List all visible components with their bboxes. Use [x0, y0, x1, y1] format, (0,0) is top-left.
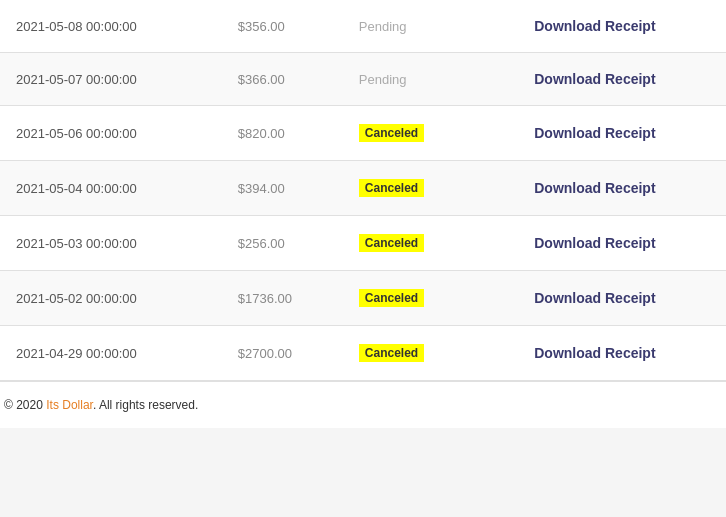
- download-receipt-button[interactable]: Download Receipt: [534, 71, 655, 87]
- amount-cell: $2700.00: [222, 326, 343, 381]
- copyright-text: © 2020: [4, 398, 46, 412]
- date-cell: 2021-05-06 00:00:00: [0, 106, 222, 161]
- table-row: 2021-04-29 00:00:00$2700.00CanceledDownl…: [0, 326, 726, 381]
- status-cell: Canceled: [343, 161, 464, 216]
- amount-cell: $394.00: [222, 161, 343, 216]
- download-receipt-button[interactable]: Download Receipt: [534, 125, 655, 141]
- date-cell: 2021-05-04 00:00:00: [0, 161, 222, 216]
- status-cell: Pending: [343, 53, 464, 106]
- amount-cell: $256.00: [222, 216, 343, 271]
- status-badge: Canceled: [359, 124, 424, 142]
- status-badge: Canceled: [359, 344, 424, 362]
- download-cell: Download Receipt: [464, 271, 726, 326]
- status-badge: Canceled: [359, 234, 424, 252]
- table-row: 2021-05-02 00:00:00$1736.00CanceledDownl…: [0, 271, 726, 326]
- download-receipt-button[interactable]: Download Receipt: [534, 18, 655, 34]
- rights-text: . All rights reserved.: [93, 398, 198, 412]
- status-cell: Canceled: [343, 106, 464, 161]
- main-container: 2021-05-08 00:00:00$356.00PendingDownloa…: [0, 0, 726, 428]
- date-cell: 2021-04-29 00:00:00: [0, 326, 222, 381]
- table-row: 2021-05-03 00:00:00$256.00CanceledDownlo…: [0, 216, 726, 271]
- download-cell: Download Receipt: [464, 0, 726, 53]
- status-cell: Canceled: [343, 326, 464, 381]
- status-badge: Pending: [359, 72, 407, 87]
- download-cell: Download Receipt: [464, 53, 726, 106]
- table-row: 2021-05-08 00:00:00$356.00PendingDownloa…: [0, 0, 726, 53]
- download-receipt-button[interactable]: Download Receipt: [534, 180, 655, 196]
- amount-cell: $1736.00: [222, 271, 343, 326]
- amount-cell: $356.00: [222, 0, 343, 53]
- brand-link[interactable]: Its Dollar: [46, 398, 93, 412]
- download-receipt-button[interactable]: Download Receipt: [534, 345, 655, 361]
- status-badge: Pending: [359, 19, 407, 34]
- date-cell: 2021-05-02 00:00:00: [0, 271, 222, 326]
- download-receipt-button[interactable]: Download Receipt: [534, 290, 655, 306]
- download-cell: Download Receipt: [464, 326, 726, 381]
- footer: © 2020 Its Dollar. All rights reserved.: [0, 381, 726, 428]
- status-badge: Canceled: [359, 289, 424, 307]
- status-cell: Canceled: [343, 216, 464, 271]
- date-cell: 2021-05-03 00:00:00: [0, 216, 222, 271]
- date-cell: 2021-05-08 00:00:00: [0, 0, 222, 53]
- download-cell: Download Receipt: [464, 216, 726, 271]
- receipts-table: 2021-05-08 00:00:00$356.00PendingDownloa…: [0, 0, 726, 381]
- status-cell: Pending: [343, 0, 464, 53]
- download-receipt-button[interactable]: Download Receipt: [534, 235, 655, 251]
- table-row: 2021-05-06 00:00:00$820.00CanceledDownlo…: [0, 106, 726, 161]
- amount-cell: $366.00: [222, 53, 343, 106]
- download-cell: Download Receipt: [464, 106, 726, 161]
- status-cell: Canceled: [343, 271, 464, 326]
- table-row: 2021-05-04 00:00:00$394.00CanceledDownlo…: [0, 161, 726, 216]
- date-cell: 2021-05-07 00:00:00: [0, 53, 222, 106]
- download-cell: Download Receipt: [464, 161, 726, 216]
- amount-cell: $820.00: [222, 106, 343, 161]
- status-badge: Canceled: [359, 179, 424, 197]
- table-row: 2021-05-07 00:00:00$366.00PendingDownloa…: [0, 53, 726, 106]
